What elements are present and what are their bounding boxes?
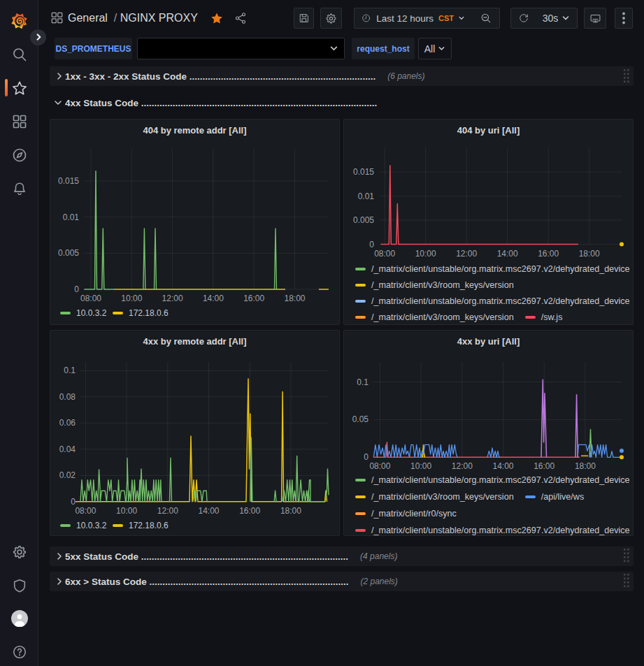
svg-text:0.1: 0.1 bbox=[64, 365, 76, 375]
svg-text:16:00: 16:00 bbox=[243, 294, 264, 303]
svg-text:0.005: 0.005 bbox=[353, 215, 374, 225]
svg-text:0.01: 0.01 bbox=[63, 212, 80, 222]
svg-text:0.1: 0.1 bbox=[357, 377, 368, 387]
svg-text:18:00: 18:00 bbox=[284, 294, 305, 303]
svg-text:0.04: 0.04 bbox=[59, 444, 76, 454]
svg-text:0.08: 0.08 bbox=[59, 392, 76, 402]
svg-text:14:00: 14:00 bbox=[492, 461, 513, 471]
svg-text:0.015: 0.015 bbox=[353, 167, 374, 177]
svg-text:10:00: 10:00 bbox=[415, 249, 436, 259]
svg-text:18:00: 18:00 bbox=[579, 249, 600, 259]
svg-text:0.01: 0.01 bbox=[358, 191, 375, 201]
svg-text:18:00: 18:00 bbox=[575, 461, 596, 471]
svg-text:16:00: 16:00 bbox=[534, 461, 554, 471]
svg-text:12:00: 12:00 bbox=[157, 506, 178, 516]
svg-text:0: 0 bbox=[74, 284, 79, 294]
svg-text:0: 0 bbox=[71, 497, 76, 507]
svg-text:16:00: 16:00 bbox=[239, 506, 260, 516]
svg-text:0.02: 0.02 bbox=[59, 470, 76, 480]
svg-text:12:00: 12:00 bbox=[456, 249, 477, 259]
svg-text:12:00: 12:00 bbox=[452, 461, 473, 471]
svg-text:0.06: 0.06 bbox=[59, 418, 76, 428]
svg-text:0.05: 0.05 bbox=[352, 414, 369, 424]
svg-text:14:00: 14:00 bbox=[203, 294, 224, 303]
svg-text:10:00: 10:00 bbox=[121, 294, 142, 303]
svg-text:18:00: 18:00 bbox=[280, 506, 301, 516]
svg-text:10:00: 10:00 bbox=[410, 461, 431, 471]
svg-text:14:00: 14:00 bbox=[198, 506, 219, 516]
svg-text:12:00: 12:00 bbox=[162, 294, 183, 303]
svg-text:10:00: 10:00 bbox=[116, 506, 137, 516]
svg-text:08:00: 08:00 bbox=[80, 294, 101, 303]
svg-text:16:00: 16:00 bbox=[538, 249, 559, 259]
svg-text:0.005: 0.005 bbox=[58, 248, 79, 258]
svg-text:0.015: 0.015 bbox=[58, 176, 79, 186]
svg-text:14:00: 14:00 bbox=[497, 249, 518, 259]
svg-text:0: 0 bbox=[369, 240, 374, 249]
svg-text:08:00: 08:00 bbox=[369, 461, 390, 471]
svg-text:08:00: 08:00 bbox=[374, 249, 395, 259]
svg-text:0: 0 bbox=[364, 452, 368, 462]
svg-text:08:00: 08:00 bbox=[75, 506, 96, 516]
